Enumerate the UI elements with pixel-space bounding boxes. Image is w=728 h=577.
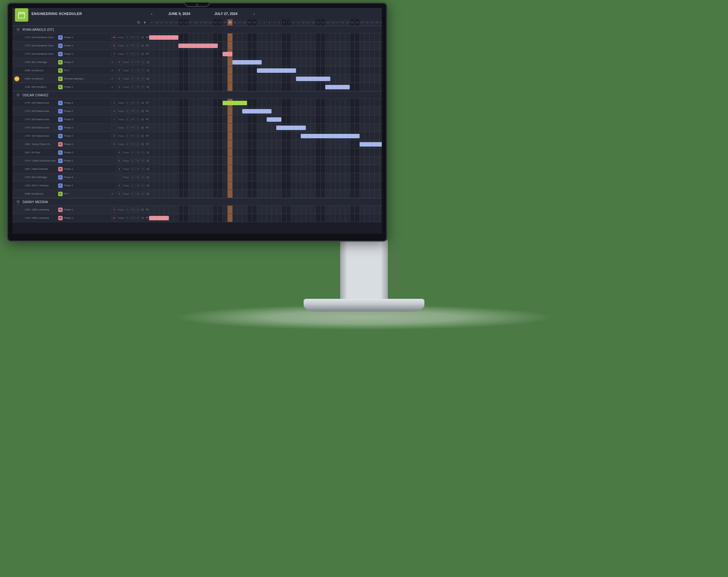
task-row[interactable]: 1698KnollwoodEPh 7✓2Days⎘⚒◫⧉	[12, 190, 382, 198]
day-header-cell[interactable]: 30	[252, 19, 257, 25]
note-icon[interactable]: ◫	[135, 109, 140, 113]
tool-icon[interactable]: ⚒	[135, 167, 140, 172]
copy-icon[interactable]: ⎘	[125, 117, 130, 122]
task-row[interactable]: 1823Initial EstimateRPhase 14Days⎘⚒◫⧉	[12, 165, 382, 173]
refresh-button[interactable]: ↻	[136, 19, 141, 25]
duration-box[interactable]: 6	[111, 142, 117, 147]
task-row[interactable]: 1698KnollwoodEPh 6✓6Days⎘⚒◫⧉	[12, 67, 382, 75]
duration-box[interactable]: 2	[111, 52, 117, 57]
day-header-cell[interactable]: 5	[276, 19, 281, 25]
link-icon[interactable]: ⧉	[141, 134, 144, 138]
day-header-cell[interactable]: 8	[291, 19, 296, 25]
link-icon[interactable]: ⧉	[141, 216, 144, 220]
copy-icon[interactable]: ⎘	[130, 68, 135, 73]
task-row-grid[interactable]	[149, 42, 382, 50]
note-icon[interactable]: ◫	[140, 150, 145, 155]
task-row-grid[interactable]	[149, 67, 382, 74]
note-icon[interactable]: ◫	[140, 85, 145, 89]
tool-icon[interactable]: ⚒	[130, 109, 135, 113]
day-header-cell[interactable]: 9	[149, 19, 154, 25]
copy-icon[interactable]: ⎘	[125, 52, 130, 56]
duration-box[interactable]: 4	[111, 109, 117, 114]
day-header-cell[interactable]: 18	[340, 19, 345, 25]
duration-box[interactable]: 6	[116, 68, 122, 73]
eye-icon[interactable]: 👁	[145, 109, 149, 113]
day-header-cell[interactable]: 12	[311, 19, 315, 25]
duration-box[interactable]: 5	[116, 158, 122, 163]
day-header-cell[interactable]: 11	[306, 19, 311, 25]
day-header-cell[interactable]: 19	[345, 19, 350, 25]
task-row[interactable]: 1775324 Montecito GlenSPhase 144Days⎘⚒◫⧉…	[12, 33, 382, 42]
gantt-bar[interactable]	[257, 68, 296, 73]
task-row-grid[interactable]	[149, 214, 382, 222]
day-header-cell[interactable]: 16	[183, 19, 188, 25]
duration-box[interactable]	[116, 175, 122, 180]
note-icon[interactable]: ◫	[135, 117, 140, 122]
note-icon[interactable]: ◫	[140, 175, 145, 180]
link-icon[interactable]: ⧉	[146, 151, 149, 155]
gantt-bar[interactable]	[301, 134, 360, 138]
link-icon[interactable]: ⧉	[146, 77, 149, 81]
gantt-bar[interactable]	[325, 85, 350, 89]
group-header[interactable]: RYAN ARNOLD (OT)	[12, 26, 382, 33]
duration-box[interactable]: 3	[116, 84, 122, 90]
tool-icon[interactable]: ⚒	[135, 68, 140, 73]
task-row[interactable]: 1581Torrey Pines CORPhase 16Days⎘⚒◫⧉👁	[12, 140, 382, 149]
note-icon[interactable]: ◫	[135, 44, 140, 48]
copy-icon[interactable]: ⎘	[125, 208, 130, 212]
day-header-cell[interactable]: 10	[301, 19, 306, 25]
task-row[interactable]: 1770335 Walnut AveSPhase 21Days⎘⚒◫⧉👁	[12, 115, 382, 124]
copy-icon[interactable]: ⎘	[125, 109, 130, 113]
day-header-cell[interactable]: 21	[208, 19, 213, 25]
day-header-cell[interactable]: 23	[217, 19, 222, 25]
task-row[interactable]: 1770335 Walnut AveSPhase 23Days⎘⚒◫⧉👁	[12, 99, 382, 107]
copy-icon[interactable]: ⎘	[130, 85, 135, 89]
task-row[interactable]: 177411960 Shoshone AveSPhase 15Days⎘⚒◫⧉	[12, 157, 382, 165]
task-row[interactable]: 17691585 LombardyRPhase 111Days⎘⚒◫⧉👁	[12, 214, 382, 222]
task-row-grid[interactable]	[149, 157, 382, 165]
link-icon[interactable]: ⧉	[146, 192, 149, 196]
copy-icon[interactable]: ⎘	[130, 159, 135, 163]
task-row[interactable]: 1770335 Walnut AveSPhase 28Days⎘⚒◫⧉👁	[12, 132, 382, 140]
day-header-cell[interactable]: 14	[174, 19, 178, 25]
duration-box[interactable]: 44	[111, 35, 117, 40]
gantt-bar[interactable]	[296, 77, 330, 81]
day-header-cell[interactable]: 23	[364, 19, 369, 25]
tool-icon[interactable]: ⚒	[130, 208, 135, 212]
eye-icon[interactable]: 👁	[145, 208, 149, 211]
duration-box[interactable]: 11	[111, 215, 117, 220]
copy-icon[interactable]: ⎘	[125, 126, 130, 130]
tool-icon[interactable]: ⚒	[130, 216, 135, 220]
task-row-grid[interactable]	[149, 190, 382, 198]
eye-icon[interactable]: 👁	[145, 35, 149, 39]
day-header-cell[interactable]: 17	[335, 19, 340, 25]
day-header-cell[interactable]: 15	[325, 19, 330, 25]
gantt-bar[interactable]	[149, 35, 178, 40]
day-header-cell[interactable]: 24	[223, 19, 227, 25]
link-icon[interactable]: ⧉	[146, 60, 149, 64]
task-row[interactable]: 1783250 S. DelaceySPhase 15Days⎘⚒◫⧉	[12, 182, 382, 190]
copy-icon[interactable]: ⎘	[130, 192, 135, 196]
tool-icon[interactable]: ⚒	[135, 159, 140, 163]
task-row-grid[interactable]	[149, 173, 382, 181]
gantt-bar[interactable]	[232, 60, 262, 64]
copy-icon[interactable]: ⎘	[130, 77, 135, 81]
day-header-cell[interactable]: 24	[369, 19, 374, 25]
duration-box[interactable]: 4	[116, 166, 122, 172]
task-row-grid[interactable]	[149, 83, 382, 91]
task-row[interactable]: 1770335 Walnut AveSPhase 24Days⎘⚒◫⧉👁	[12, 107, 382, 115]
note-icon[interactable]: ◫	[135, 216, 140, 220]
day-header-cell[interactable]: 18	[193, 19, 198, 25]
eye-icon[interactable]: 👁	[145, 126, 149, 129]
eye-icon[interactable]: 👁	[145, 52, 149, 56]
day-header-cell[interactable]: 2	[262, 19, 266, 25]
task-row-grid[interactable]	[149, 75, 382, 83]
tool-icon[interactable]: ⚒	[130, 35, 135, 40]
duration-box[interactable]: 3	[111, 101, 117, 106]
day-header-cell[interactable]: 17	[188, 19, 193, 25]
task-row-grid[interactable]	[149, 132, 382, 140]
link-icon[interactable]: ⧉	[141, 109, 144, 113]
link-icon[interactable]: ⧉	[146, 85, 149, 89]
tool-icon[interactable]: ⚒	[130, 101, 135, 105]
task-row[interactable]: 1775324 Montecito GlenSPhase 12Days⎘⚒◫⧉👁	[12, 50, 382, 58]
